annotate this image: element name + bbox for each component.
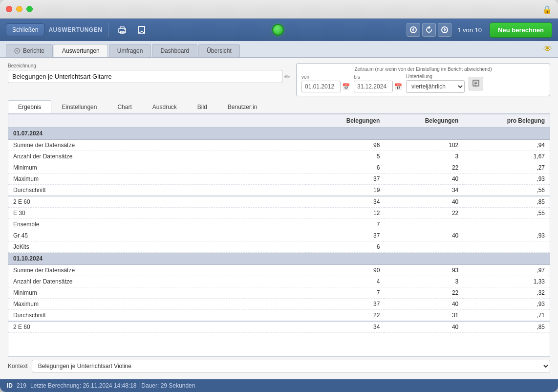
row-col1: 34 <box>306 321 385 333</box>
pencil-icon[interactable]: ✏ <box>284 73 290 81</box>
bis-input[interactable] <box>354 81 393 92</box>
sub-tab-einstellungen[interactable]: Einstellungen <box>51 100 107 113</box>
tab-umfragen[interactable]: Umfragen <box>109 44 151 57</box>
tab-bar: Berichte Auswertungen Umfragen Dashboard… <box>0 41 558 58</box>
row-col2: 22 <box>385 287 463 299</box>
svg-point-1 <box>124 29 125 30</box>
row-label: Summe der Datensätze <box>8 265 306 276</box>
sub-tab-ausdruck[interactable]: Ausdruck <box>142 100 187 113</box>
col-header-belegungen1: Belegungen <box>306 114 385 128</box>
toolbar: Schließen AUSWERTUNGEN <box>0 19 558 41</box>
row-col2: 22 <box>385 162 463 174</box>
tab-auswertungen[interactable]: Auswertungen <box>54 44 108 57</box>
row-col2: 102 <box>385 140 463 151</box>
unterteilung-select[interactable]: vierteljährlich monatlich jährlich wöche… <box>406 80 465 93</box>
section-date-2: 01.10.2024 <box>8 253 550 265</box>
row-col3: 1,33 <box>463 276 550 287</box>
row-col3: ,71 <box>463 310 550 322</box>
von-group: von 📅 <box>301 74 350 92</box>
bis-calendar-icon[interactable]: 📅 <box>394 83 402 90</box>
context-bar: Kontext Belegungen je Unterrichtsart Vio… <box>8 356 550 374</box>
nav-back-button[interactable] <box>407 23 420 37</box>
minimize-button[interactable] <box>16 6 22 12</box>
bookmark-icon-button[interactable] <box>134 23 150 37</box>
context-select[interactable]: Belegungen je Unterrichtsart Violine Bel… <box>32 360 550 372</box>
unterteilung-label: Unterteilung <box>406 74 465 79</box>
table-row: Minimum 7 22 ,32 <box>8 287 550 299</box>
time-fields-row: von 📅 bis 📅 Untertei <box>301 74 545 93</box>
row-col2: 3 <box>385 276 463 287</box>
tab-dashboard[interactable]: Dashboard <box>152 44 197 57</box>
content-area: Bezeichnung ✏ Zeitraum (nur wenn von der… <box>0 58 558 379</box>
sub-tab-bild[interactable]: Bild <box>187 100 217 113</box>
von-calendar-icon[interactable]: 📅 <box>342 83 350 90</box>
bezeichnung-label: Bezeichnung <box>8 63 290 68</box>
von-label: von <box>301 74 350 80</box>
row-col3 <box>463 241 550 253</box>
results-table-wrapper[interactable]: Belegungen Belegungen pro Belegung 01.07… <box>8 114 550 356</box>
nav-fwd-button[interactable] <box>438 23 451 37</box>
maximize-button[interactable] <box>26 6 33 12</box>
row-col3: ,32 <box>463 287 550 299</box>
row-label: 2 E 60 <box>8 196 306 208</box>
row-label: Durchschnitt <box>8 310 306 322</box>
auswertungen-label: AUSWERTUNGEN <box>48 26 102 33</box>
row-col2: 93 <box>385 265 463 276</box>
time-range-box: Zeitraum (nur wenn von der Einstellung i… <box>296 63 550 96</box>
traffic-lights <box>6 6 33 12</box>
row-col2 <box>385 241 463 253</box>
row-col3: ,93 <box>463 299 550 310</box>
neu-berechnen-button[interactable]: Neu berechnen <box>490 22 552 38</box>
status-id-label: ID <box>7 382 13 389</box>
table-row: Gr 45 37 40 ,93 <box>8 230 550 241</box>
row-label: Anzahl der Datensätze <box>8 276 306 287</box>
bis-input-row: 📅 <box>354 81 402 92</box>
row-label: Gr 45 <box>8 230 306 241</box>
row-label: Summe der Datensätze <box>8 140 306 151</box>
table-header-row: Belegungen Belegungen pro Belegung <box>8 114 550 128</box>
bezeichnung-section: Bezeichnung ✏ <box>8 63 290 83</box>
von-input[interactable] <box>301 81 341 92</box>
row-label: Durchschnitt <box>8 185 306 196</box>
row-col1: 37 <box>306 230 385 241</box>
row-label: Ensemble <box>8 219 306 230</box>
toolbar-center <box>272 24 284 36</box>
sub-tab-ergebnis[interactable]: Ergebnis <box>8 100 51 113</box>
context-label: Kontext <box>8 363 28 370</box>
lock-icon: 🔒 <box>542 4 552 14</box>
separator-1 <box>108 22 108 37</box>
row-col1: 19 <box>306 185 385 196</box>
row-col1: 90 <box>306 265 385 276</box>
sub-tab-chart[interactable]: Chart <box>107 100 142 113</box>
bis-group: bis 📅 <box>354 74 402 92</box>
tab-uebersicht[interactable]: Übersicht <box>198 44 240 57</box>
row-col1: 37 <box>306 174 385 185</box>
close-button[interactable]: Schließen <box>6 23 44 36</box>
close-button[interactable] <box>6 6 12 12</box>
tab-berichte[interactable]: Berichte <box>6 44 53 57</box>
bezeichnung-input[interactable] <box>8 70 282 83</box>
print-icon-button[interactable] <box>114 23 130 37</box>
row-col2: 40 <box>385 196 463 208</box>
bis-label: bis <box>354 74 402 80</box>
row-col2: 3 <box>385 151 463 162</box>
row-col1: 7 <box>306 287 385 299</box>
row-col2: 22 <box>385 208 463 219</box>
sub-tab-benutzer[interactable]: Benutzer:in <box>217 100 268 113</box>
unterteilung-group: Unterteilung vierteljährlich monatlich j… <box>406 74 465 93</box>
status-indicator <box>272 24 284 36</box>
main-window: 🔒 Schließen AUSWERTUNGEN <box>0 0 558 392</box>
info-icon-button[interactable] <box>469 77 483 90</box>
row-label: JeKits <box>8 241 306 253</box>
table-row: Maximum 37 40 ,93 <box>8 174 550 185</box>
bezeichnung-row: ✏ <box>8 70 290 83</box>
top-form: Bezeichnung ✏ Zeitraum (nur wenn von der… <box>8 63 550 96</box>
row-col2: 40 <box>385 230 463 241</box>
table-row: 2 E 60 34 40 ,85 <box>8 196 550 208</box>
nav-refresh-button[interactable] <box>422 23 436 37</box>
nav-group: 1 von 10 <box>407 23 486 37</box>
row-label: Minimum <box>8 287 306 299</box>
eye-icon[interactable]: 👁 <box>543 44 552 54</box>
row-col2: 34 <box>385 185 463 196</box>
row-col1: 34 <box>306 196 385 208</box>
